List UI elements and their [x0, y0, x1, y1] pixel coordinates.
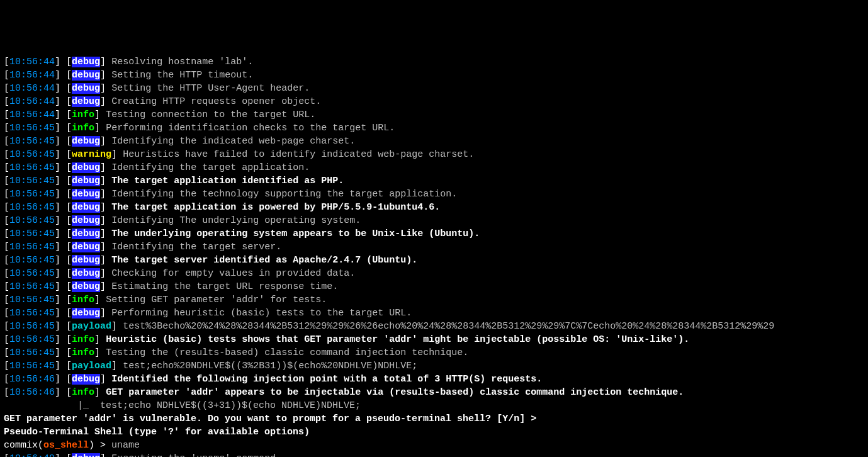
timestamp: 10:56:45	[9, 162, 55, 173]
log-level-debug: debug	[72, 453, 100, 457]
log-line: [10:56:45] [info] Heuristic (basic) test…	[4, 333, 864, 346]
log-line: [10:56:45] [info] Testing the (results-b…	[4, 346, 864, 359]
log-level-payload: payload	[72, 321, 111, 332]
prompt-suffix: ) >	[89, 440, 111, 451]
timestamp: 10:56:46	[9, 387, 55, 398]
timestamp: 10:56:45	[9, 123, 55, 133]
log-line: [10:56:45] [debug] Estimating the target…	[4, 280, 864, 293]
timestamp: 10:56:45	[9, 255, 55, 266]
log-line: [10:56:45] [info] Setting GET parameter …	[4, 293, 864, 307]
log-level-debug: debug	[72, 162, 100, 173]
log-level-debug: debug	[72, 268, 100, 279]
log-message: Testing the (results-based) classic comm…	[106, 347, 468, 358]
user-command: uname	[111, 440, 140, 451]
log-line: [10:56:45] [debug] Identifying the targe…	[4, 161, 864, 174]
log-level-info: info	[72, 110, 94, 120]
log-message: Identifying the indicated web-page chars…	[111, 136, 355, 147]
log-level-debug: debug	[72, 255, 100, 266]
log-line: [10:56:45] [payload] test%3Becho%20%24%2…	[4, 320, 864, 333]
log-line: [10:56:45] [debug] Identifying the techn…	[4, 188, 864, 201]
log-level-debug: debug	[72, 57, 100, 67]
log-line: [10:56:44] [debug] Creating HTTP request…	[4, 95, 864, 108]
log-message: Identifying the target server.	[111, 242, 281, 252]
log-level-info: info	[72, 387, 94, 398]
log-message: Identifying the target application.	[111, 162, 310, 173]
log-line: [10:56:45] [debug] Checking for empty va…	[4, 267, 864, 280]
log-level-debug: debug	[72, 202, 100, 213]
log-line: [10:56:45] [info] Performing identificat…	[4, 121, 864, 135]
log-level-debug: debug	[72, 96, 100, 107]
timestamp: 10:56:45	[9, 228, 55, 239]
log-message: Setting the HTTP User-Agent header.	[111, 83, 310, 94]
log-line: [10:56:46] [info] GET parameter 'addr' a…	[4, 386, 864, 399]
log-message: The underlying operating system appears …	[111, 228, 480, 239]
log-level-debug: debug	[72, 215, 100, 226]
log-message: GET parameter 'addr' appears to be injec…	[106, 387, 684, 398]
log-line: [10:56:46] [debug] Identified the follow…	[4, 373, 864, 386]
log-message: The target server identified as Apache/2…	[111, 255, 417, 266]
timestamp: 10:56:45	[9, 268, 55, 279]
log-message: Executing the 'uname' command.	[111, 453, 281, 457]
shell-prompt-line[interactable]: commix(os_shell) > uname	[4, 439, 864, 452]
log-level-debug: debug	[72, 136, 100, 147]
timestamp: 10:56:45	[9, 295, 55, 305]
log-message: Identifying the technology supporting th…	[111, 189, 457, 200]
log-line: [10:56:44] [debug] Setting the HTTP time…	[4, 69, 864, 82]
log-message: The target application identified as PHP…	[111, 176, 344, 186]
log-message: Resolving hostname 'lab'.	[111, 57, 253, 67]
log-line: [10:56:44] [info] Testing connection to …	[4, 108, 864, 121]
log-line: [10:56:45] [debug] Identifying the targe…	[4, 240, 864, 254]
log-line: [10:56:45] [warning] Heuristics have fai…	[4, 148, 864, 161]
log-level-info: info	[72, 334, 94, 345]
timestamp: 10:56:45	[9, 215, 55, 226]
log-message: Testing connection to the target URL.	[106, 110, 315, 120]
log-level-debug: debug	[72, 70, 100, 81]
timestamp: 10:56:44	[9, 70, 55, 81]
log-message: Identifying The underlying operating sys…	[111, 215, 361, 226]
log-message: Performing identification checks to the …	[106, 123, 395, 133]
log-level-debug: debug	[72, 374, 100, 385]
log-level-debug: debug	[72, 83, 100, 94]
log-line: [10:56:45] [debug] The underlying operat…	[4, 227, 864, 240]
log-level-info: info	[72, 123, 94, 133]
timestamp: 10:56:45	[9, 176, 55, 186]
log-line: [10:56:49] [debug] Executing the 'uname'…	[4, 452, 864, 457]
injection-detail: |_ test;echo NDHLVE$((3+31))$(echo NDHLV…	[4, 399, 864, 412]
log-message: Setting GET parameter 'addr' for tests.	[106, 295, 327, 305]
log-message: The target application is powered by PHP…	[111, 202, 440, 213]
timestamp: 10:56:44	[9, 96, 55, 107]
log-line: [10:56:45] [debug] Performing heuristic …	[4, 307, 864, 320]
pseudo-terminal-header: Pseudo-Terminal Shell (type '?' for avai…	[4, 426, 864, 439]
log-message: Checking for empty values in provided da…	[111, 268, 355, 279]
timestamp: 10:56:45	[9, 136, 55, 147]
log-level-info: info	[72, 295, 94, 305]
log-message: Heuristic (basic) tests shows that GET p…	[106, 334, 689, 345]
log-message: Performing heuristic (basic) tests to th…	[111, 308, 412, 319]
log-message: test%3Becho%20%24%28%28344%2B5312%29%29%…	[123, 321, 774, 332]
timestamp: 10:56:45	[9, 242, 55, 252]
log-message: Heuristics have failed to identify indic…	[123, 149, 474, 160]
log-level-debug: debug	[72, 308, 100, 319]
prompt-prefix: commix(	[4, 440, 43, 451]
timestamp: 10:56:45	[9, 202, 55, 213]
timestamp: 10:56:44	[9, 110, 55, 120]
log-message: Identified the following injection point…	[111, 374, 542, 385]
log-message: Estimating the target URL response time.	[111, 281, 338, 292]
log-message: Setting the HTTP timeout.	[111, 70, 253, 81]
log-message: test;echo%20NDHLVE$((3%2B31))$(echo%20ND…	[123, 361, 417, 371]
vulnerability-prompt: GET parameter 'addr' is vulnerable. Do y…	[4, 412, 864, 426]
log-message: Creating HTTP requests opener object.	[111, 96, 321, 107]
log-line: [10:56:45] [debug] Identifying The under…	[4, 214, 864, 227]
log-level-debug: debug	[72, 242, 100, 252]
log-level-info: info	[72, 347, 94, 358]
log-line: [10:56:44] [debug] Setting the HTTP User…	[4, 82, 864, 95]
log-level-payload: payload	[72, 361, 111, 371]
timestamp: 10:56:45	[9, 189, 55, 200]
log-level-warning: warning	[72, 149, 111, 160]
log-line: [10:56:45] [debug] Identifying the indic…	[4, 135, 864, 148]
log-line: [10:56:45] [debug] The target applicatio…	[4, 174, 864, 188]
log-level-debug: debug	[72, 189, 100, 200]
timestamp: 10:56:44	[9, 57, 55, 67]
log-line: [10:56:45] [debug] The target applicatio…	[4, 201, 864, 214]
terminal-output[interactable]: [10:56:44] [debug] Resolving hostname 'l…	[4, 55, 864, 457]
